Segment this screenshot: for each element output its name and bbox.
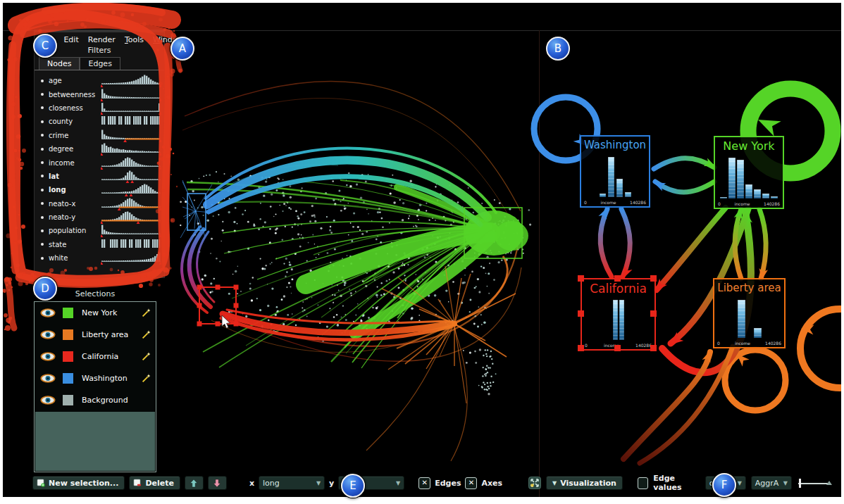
menu-item-tools[interactable]: Tools	[125, 35, 144, 44]
selection-color-swatch[interactable]	[63, 329, 73, 340]
filter-label: long	[49, 186, 101, 194]
filter-row-age[interactable]: age	[41, 74, 164, 87]
filter-histogram[interactable]	[101, 197, 161, 210]
filter-row-betweenness[interactable]: betweenness	[41, 87, 164, 101]
graph-node-new-york[interactable]: New York0income140286	[714, 136, 784, 209]
slider-handle[interactable]	[799, 479, 801, 488]
magic-wand-icon[interactable]	[141, 330, 151, 340]
filter-row-lat[interactable]: lat	[41, 170, 164, 183]
visibility-eye-icon[interactable]	[40, 374, 56, 383]
filter-row-white[interactable]: white	[41, 251, 164, 265]
selection-item-washington[interactable]: Washington	[35, 367, 156, 389]
graph-node-liberty-area[interactable]: Liberty area0income140286	[713, 278, 786, 348]
annotation-circle-d: D	[33, 277, 57, 301]
selection-item-liberty-area[interactable]: Liberty area	[35, 324, 156, 346]
filter-histogram[interactable]	[101, 251, 161, 265]
filter-histogram[interactable]	[101, 74, 161, 87]
edge-values-checkbox[interactable]	[638, 477, 648, 489]
washington-selection-rect[interactable]	[187, 194, 206, 230]
selection-color-swatch[interactable]	[63, 351, 73, 362]
graph-toolbar: ▼ Visualization Edge values count ▼ Aggr…	[528, 475, 844, 491]
filter-row-state[interactable]: state	[41, 238, 164, 251]
selection-color-swatch[interactable]	[63, 395, 73, 405]
filter-row-neato-y[interactable]: neato-y	[41, 210, 164, 224]
magic-wand-icon[interactable]	[141, 352, 151, 362]
selections-empty-area[interactable]	[35, 412, 155, 471]
selection-handle[interactable]	[614, 345, 621, 351]
filter-row-degree[interactable]: degree	[41, 142, 164, 156]
visibility-eye-icon[interactable]	[40, 330, 56, 339]
selection-handle[interactable]	[650, 275, 657, 282]
selection-item-background[interactable]: Background	[35, 389, 156, 411]
filter-row-neato-x[interactable]: neato-x	[41, 197, 164, 210]
visualization-dropdown[interactable]: ▼ Visualization	[546, 476, 623, 490]
aggregated-edge	[655, 182, 714, 192]
selection-color-swatch[interactable]	[63, 308, 73, 318]
selection-handle[interactable]	[614, 275, 621, 282]
tab-nodes[interactable]: Nodes	[39, 57, 80, 70]
aggregated-edge	[735, 209, 741, 279]
fit-to-view-icon[interactable]	[528, 477, 541, 489]
filter-histogram[interactable]	[101, 210, 161, 224]
selection-item-new-york[interactable]: New York	[35, 302, 156, 324]
selection-handle[interactable]	[578, 310, 584, 317]
histogram-bar	[625, 192, 631, 197]
range-marker-icon	[159, 262, 161, 265]
filter-histogram[interactable]	[101, 142, 161, 156]
axes-checkbox[interactable]: ✕	[465, 477, 477, 489]
filter-row-income[interactable]: income	[41, 156, 164, 169]
histogram-bar	[728, 158, 736, 199]
move-selection-up-button[interactable]	[185, 476, 204, 490]
aggregation-select[interactable]: AggrA ▼	[751, 476, 792, 490]
visibility-eye-icon[interactable]	[40, 396, 56, 405]
filter-histogram[interactable]	[101, 156, 161, 170]
selection-label: New York	[82, 308, 141, 317]
magic-wand-icon[interactable]	[141, 374, 151, 384]
selection-handle[interactable]	[650, 345, 657, 351]
range-marker-icon	[159, 167, 161, 170]
filter-histogram[interactable]	[101, 170, 161, 183]
new-york-selection-rect[interactable]	[464, 208, 522, 258]
visibility-eye-icon[interactable]	[40, 308, 56, 317]
self-loop-edge	[800, 309, 841, 388]
new-selection-button[interactable]: New selection...	[32, 476, 125, 490]
aggregated-edge	[759, 209, 766, 279]
filter-histogram[interactable]	[101, 101, 161, 115]
magic-wand-icon[interactable]	[141, 308, 151, 318]
filter-row-closeness[interactable]: closeness	[41, 101, 164, 115]
aggregated-edge	[600, 209, 612, 277]
menu-item-edit[interactable]: Edit	[63, 35, 78, 44]
range-marker-icon	[124, 194, 128, 196]
filter-label: population	[49, 227, 101, 234]
selection-color-swatch[interactable]	[63, 373, 73, 384]
filter-row-crime[interactable]: crime	[41, 129, 164, 142]
filter-row-county[interactable]: county	[41, 115, 164, 128]
filter-row-population[interactable]: population	[41, 224, 164, 237]
graph-node-california[interactable]: California0income140286	[581, 278, 656, 351]
tab-edges[interactable]: Edges	[80, 57, 120, 70]
aggregated-edge	[623, 352, 710, 459]
filter-histogram[interactable]	[101, 238, 161, 251]
visibility-eye-icon[interactable]	[40, 352, 56, 361]
selection-label: California	[82, 352, 141, 361]
filter-histogram[interactable]	[101, 224, 161, 237]
selection-item-california[interactable]: California	[35, 346, 156, 367]
california-selection-rect[interactable]	[197, 285, 239, 327]
filter-histogram[interactable]	[101, 115, 161, 128]
selection-handle[interactable]	[578, 275, 584, 282]
selection-handle[interactable]	[650, 310, 657, 317]
node-count-slider[interactable]	[797, 477, 832, 489]
edges-checkbox[interactable]: ✕	[418, 477, 430, 489]
filter-row-long[interactable]: long	[41, 183, 164, 196]
filter-histogram[interactable]	[101, 183, 161, 196]
menu-item-render[interactable]: Render	[88, 35, 116, 44]
selection-handle[interactable]	[578, 345, 584, 351]
axis-attribute: income	[734, 201, 750, 206]
move-selection-down-button[interactable]	[208, 476, 227, 490]
filter-histogram[interactable]	[101, 88, 161, 101]
filter-label: crime	[49, 132, 101, 139]
graph-node-washington[interactable]: Washington0income140286	[580, 135, 650, 208]
x-attribute-select[interactable]: long ▼	[259, 476, 325, 490]
filter-histogram[interactable]	[101, 129, 161, 142]
delete-selection-button[interactable]: Delete	[129, 476, 180, 490]
